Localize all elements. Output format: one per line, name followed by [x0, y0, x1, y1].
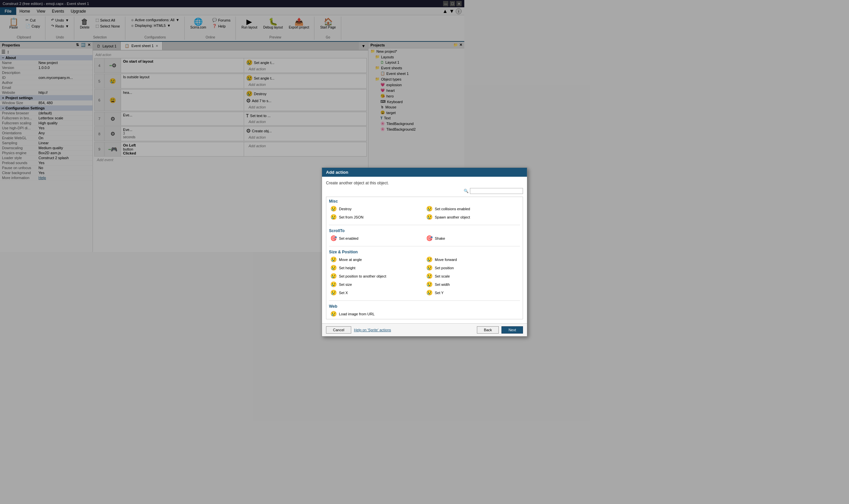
set-from-json-icon: 😢: [330, 214, 337, 220]
destroy-icon: 😢: [330, 205, 337, 212]
dialog-title-bar: Add action: [322, 168, 464, 177]
dialog-overlay: Add action Create another object at this…: [0, 0, 464, 252]
spawn-icon: 😢: [426, 214, 433, 220]
misc-divider: [329, 225, 464, 225]
misc-actions: 😢 Destroy 😢 Set collisions enabled 😢 Set…: [326, 205, 464, 223]
scrollto-actions: 🎯 Set enabled 🎯 Shake: [326, 234, 464, 245]
action-set-collisions[interactable]: 😢 Set collisions enabled: [425, 205, 464, 213]
action-shake[interactable]: 🎯 Shake: [425, 234, 464, 242]
sizepos-section-title: Size & Position: [326, 248, 464, 252]
action-set-enabled[interactable]: 🎯 Set enabled: [329, 234, 424, 242]
add-action-dialog: Add action Create another object at this…: [322, 167, 464, 252]
search-icon: 🔍: [464, 189, 464, 193]
misc-section-title: Misc: [326, 197, 464, 205]
dialog-search: 🔍: [326, 188, 464, 194]
action-destroy[interactable]: 😢 Destroy: [329, 205, 424, 213]
action-set-from-json[interactable]: 😢 Set from JSON: [329, 213, 424, 221]
action-spawn-object[interactable]: 😢 Spawn another object: [425, 213, 464, 221]
dialog-subtitle: Create another object at this object.: [326, 181, 464, 185]
shake-icon: 🎯: [426, 235, 433, 241]
scrollto-section-title: ScrollTo: [326, 227, 464, 234]
set-collisions-icon: 😢: [426, 205, 433, 212]
dialog-title: Add action: [326, 170, 348, 175]
set-enabled-icon: 🎯: [330, 235, 337, 241]
dialog-content: Misc 😢 Destroy 😢 Set collisions enabled …: [326, 197, 464, 252]
scrollto-divider: [329, 246, 464, 246]
dialog-body: Create another object at this object. 🔍 …: [322, 177, 464, 252]
